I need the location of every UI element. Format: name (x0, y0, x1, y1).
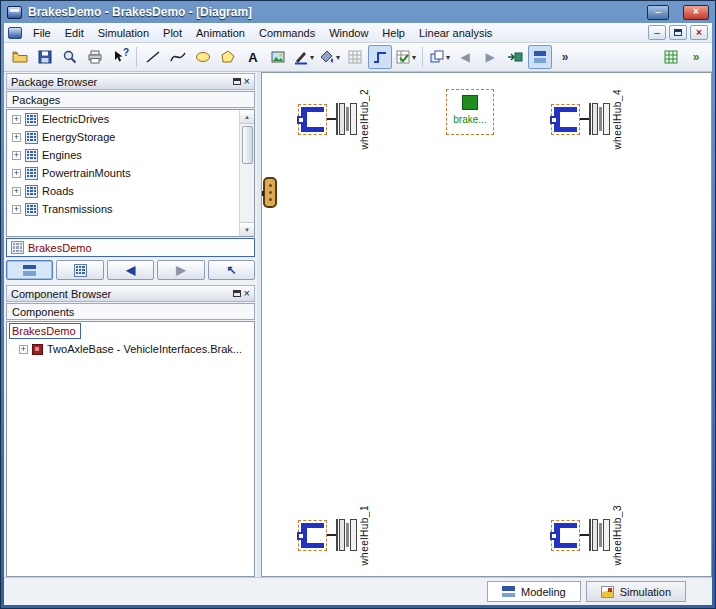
back-button[interactable]: ◀ (453, 45, 477, 69)
tree-item-transmissions[interactable]: + Transmissions (7, 200, 254, 218)
component-wheelhub-2[interactable]: wheelHub_2 (298, 89, 370, 150)
tree-item-label: Engines (42, 149, 82, 161)
menu-edit[interactable]: Edit (58, 25, 91, 41)
go-to-parent-button[interactable]: ↖ (208, 260, 255, 280)
bitmap-tool-button[interactable] (266, 45, 290, 69)
text-tool-button[interactable]: A (241, 45, 265, 69)
print-button[interactable] (83, 45, 107, 69)
tree-item-brakesdemo-selected[interactable]: BrakesDemo (6, 238, 255, 257)
menu-help[interactable]: Help (375, 25, 412, 41)
flange-selection-box (298, 520, 327, 551)
brake-icon (462, 95, 478, 110)
dock-icon[interactable] (233, 290, 241, 297)
tab-simulation[interactable]: Simulation (586, 581, 686, 602)
menu-linear-analysis[interactable]: Linear analysis (412, 25, 499, 41)
curve-tool-button[interactable] (166, 45, 190, 69)
tab-modeling[interactable]: Modeling (487, 581, 581, 602)
component-label: wheelHub_1 (359, 505, 370, 566)
tree-item-engines[interactable]: + Engines (7, 146, 254, 164)
package-tree-scrollbar[interactable]: ▲ ▼ (239, 110, 254, 236)
show-packages-button[interactable] (56, 260, 103, 280)
check-model-button[interactable]: ▾ (393, 45, 418, 69)
tree-item-energystorage[interactable]: + EnergyStorage (7, 128, 254, 146)
port-icon[interactable] (297, 532, 305, 540)
expand-icon[interactable]: + (12, 151, 21, 160)
component-wheelhub-4[interactable]: wheelHub_4 (551, 89, 623, 150)
diagram-view-button[interactable] (528, 45, 552, 69)
component-wheelhub-1[interactable]: wheelHub_1 (298, 505, 370, 566)
polygon-icon (220, 49, 236, 65)
expand-icon[interactable]: + (19, 345, 28, 354)
forward-button[interactable]: ▶ (478, 45, 502, 69)
menu-simulation[interactable]: Simulation (91, 25, 156, 41)
pen-color-button[interactable]: ▾ (291, 45, 316, 69)
polygon-tool-button[interactable] (216, 45, 240, 69)
tree-item-electricdrives[interactable]: + ElectricDrives (7, 110, 254, 128)
tree-item-roads[interactable]: + Roads (7, 182, 254, 200)
menu-animation[interactable]: Animation (189, 25, 252, 41)
mdi-close-button[interactable]: × (690, 25, 708, 40)
history-forward-button[interactable]: ▶ (157, 260, 204, 280)
port-icon[interactable] (550, 532, 558, 540)
scroll-up-icon[interactable]: ▲ (240, 110, 254, 124)
package-browser-header[interactable]: Package Browser × (6, 73, 255, 90)
port-icon[interactable] (550, 116, 558, 124)
toolbar-separator (422, 47, 423, 67)
menu-file[interactable]: File (26, 25, 58, 41)
panel-close-icon[interactable]: × (244, 288, 250, 299)
close-button[interactable]: × (683, 5, 709, 20)
ellipse-tool-button[interactable] (191, 45, 215, 69)
modelica-library-button[interactable] (659, 45, 683, 69)
diagram-canvas[interactable]: wheelHub_2 brake... wheelHub_4 (261, 72, 712, 577)
show-components-button[interactable] (6, 260, 53, 280)
dropdown-icon: ▾ (310, 53, 314, 62)
mdi-close-icon: × (696, 27, 702, 38)
mdi-minimize-button[interactable]: – (648, 25, 666, 40)
component-browser-header[interactable]: Component Browser × (6, 285, 255, 302)
package-icon (25, 203, 38, 216)
port-icon[interactable] (297, 116, 305, 124)
expand-icon[interactable]: + (12, 169, 21, 178)
tree-root-brakesdemo[interactable]: BrakesDemo (7, 322, 254, 340)
mdi-child-icon[interactable] (8, 27, 22, 39)
green-grid-icon (663, 49, 679, 65)
expand-icon[interactable]: + (12, 115, 21, 124)
copy-class-button[interactable]: ▾ (427, 45, 452, 69)
connector-plug-icon[interactable] (263, 177, 277, 208)
scroll-down-icon[interactable]: ▼ (240, 222, 254, 236)
tree-item-powertrainmounts[interactable]: + PowertrainMounts (7, 164, 254, 182)
expand-icon[interactable]: + (12, 187, 21, 196)
scroll-thumb[interactable] (242, 126, 253, 164)
open-in-new-window-button[interactable] (503, 45, 527, 69)
mdi-restore-button[interactable] (669, 25, 687, 40)
expand-icon[interactable]: + (12, 133, 21, 142)
open-button[interactable] (8, 45, 32, 69)
menu-commands[interactable]: Commands (252, 25, 322, 41)
history-back-button[interactable]: ◀ (107, 260, 154, 280)
axle-line (580, 118, 589, 120)
menu-window[interactable]: Window (322, 25, 375, 41)
minimize-button[interactable]: – (647, 5, 669, 20)
toolbar-overflow-button[interactable]: » (553, 45, 577, 69)
grid-toggle-button[interactable] (343, 45, 367, 69)
expand-icon[interactable]: + (12, 205, 21, 214)
axle-line (580, 534, 589, 536)
toolbar-overflow2-button[interactable]: » (684, 45, 708, 69)
line-tool-button[interactable] (141, 45, 165, 69)
tree-item-twoaxlebase[interactable]: + TwoAxleBase - VehicleInterfaces.Brak..… (7, 340, 254, 358)
dock-icon[interactable] (233, 78, 241, 85)
component-label: wheelHub_3 (612, 505, 623, 566)
context-help-button[interactable]: ? (108, 45, 132, 69)
tree-item-label: EnergyStorage (42, 131, 115, 143)
connection-mode-button[interactable] (368, 45, 392, 69)
package-icon (25, 167, 38, 180)
save-button[interactable] (33, 45, 57, 69)
fill-color-button[interactable]: ▾ (317, 45, 342, 69)
title-bar[interactable]: BrakesDemo - BrakesDemo - [Diagram] – × (1, 1, 715, 23)
menu-plot[interactable]: Plot (156, 25, 189, 41)
component-wheelhub-3[interactable]: wheelHub_3 (551, 505, 623, 566)
component-brake[interactable]: brake... (446, 89, 494, 135)
zoom-button[interactable] (58, 45, 82, 69)
panel-close-icon[interactable]: × (244, 76, 250, 87)
line-icon (145, 49, 161, 65)
